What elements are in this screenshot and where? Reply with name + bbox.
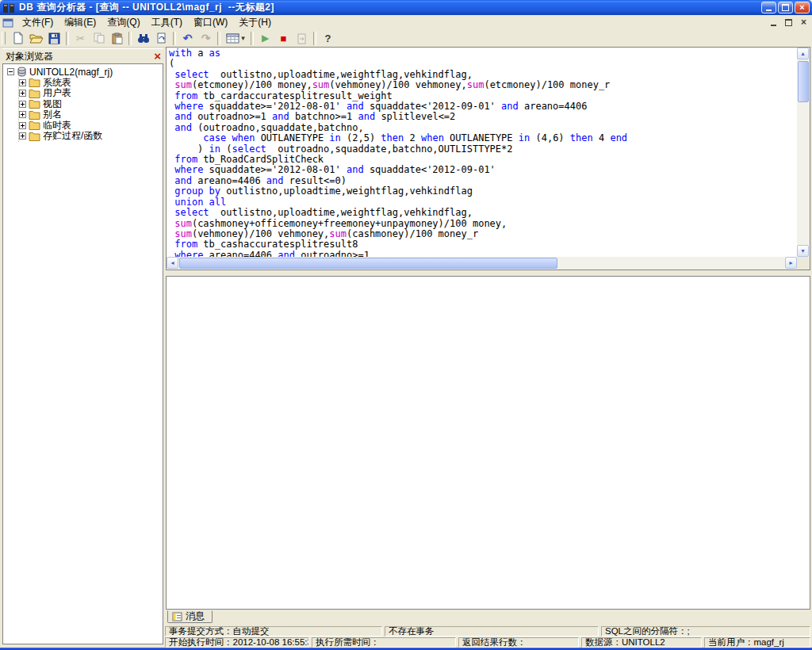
object-tree: UNITOLL2(magf_rj) 系统表 用户表 视图 <box>2 63 163 644</box>
code-line[interactable]: and (outroadno,squaddate,batchno, <box>169 123 797 133</box>
restore-button[interactable] <box>778 2 793 13</box>
menu-edit[interactable]: 编辑(E) <box>59 15 102 30</box>
scroll-up-icon[interactable]: ▴ <box>797 48 809 59</box>
editor-vscrollbar[interactable]: ▴ ▾ <box>797 48 810 257</box>
code-line[interactable]: where squaddate>='2012-08-01' and squadd… <box>169 101 797 112</box>
child-restore-button[interactable] <box>783 17 795 28</box>
minimize-button[interactable] <box>761 2 776 13</box>
results-grid-button[interactable]: ▾ <box>223 30 248 46</box>
expand-icon[interactable] <box>19 111 26 118</box>
status-start-time: 开始执行时间：2012-10-08 16:55:38 <box>165 637 309 648</box>
help-icon: ? <box>325 32 331 44</box>
status-sql-separator: SQL之间的分隔符：; <box>601 626 810 637</box>
sql-editor-text[interactable]: with a as( select outlistno,uploadtime,w… <box>167 48 797 257</box>
tab-messages[interactable]: 消息 <box>167 610 213 623</box>
expand-icon[interactable] <box>19 79 26 86</box>
scroll-right-icon[interactable]: ▸ <box>785 257 797 269</box>
editor-hscrollbar[interactable]: ◂ ▸ <box>167 257 797 270</box>
tree-node-aliases[interactable]: 别名 <box>19 109 163 120</box>
save-button[interactable] <box>45 30 63 46</box>
menu-about[interactable]: 关于(H) <box>233 15 277 30</box>
cancel-batch-icon <box>297 32 307 44</box>
copy-icon <box>94 32 105 44</box>
code-line[interactable]: where squaddate>='2012-08-01' and squadd… <box>169 165 797 175</box>
redo-button[interactable]: ↷ <box>197 30 215 46</box>
tree-node-views[interactable]: 视图 <box>19 99 163 110</box>
menu-tools[interactable]: 工具(T) <box>146 15 188 30</box>
tree-node-user-tables[interactable]: 用户表 <box>19 88 163 99</box>
status-datasource: 数据源：UNITOLL2 <box>581 637 702 648</box>
paste-button[interactable] <box>108 30 126 46</box>
vscroll-thumb[interactable] <box>798 61 809 102</box>
expand-icon[interactable] <box>19 122 26 129</box>
code-line[interactable]: select outlistno,uploadtime,weightflag,v… <box>169 70 797 80</box>
find-button[interactable] <box>134 30 152 46</box>
title-bar: DB 查询分析器 - [查询 -- UNITOLL2\magf_rj --无标题… <box>0 0 812 15</box>
help-button[interactable]: ? <box>319 30 337 46</box>
menu-query[interactable]: 查询(Q) <box>102 15 145 30</box>
scroll-down-icon[interactable]: ▾ <box>797 245 809 257</box>
menu-file[interactable]: 文件(F) <box>17 15 59 30</box>
expand-icon[interactable] <box>19 132 26 140</box>
code-line[interactable]: from tb_RoadCardSplitCheck <box>169 155 797 165</box>
stop-square-icon: ■ <box>281 33 287 44</box>
stop-button[interactable]: ■ <box>274 30 293 46</box>
code-line[interactable]: where areano=4406 and outroadno>=1 <box>169 250 797 257</box>
status-transaction-state: 不存在事务 <box>385 626 599 637</box>
code-line[interactable]: sum(vehmoney)/100 vehmoney,sum(cashmoney… <box>169 229 797 239</box>
object-browser-header: 对象浏览器 × <box>2 48 163 63</box>
cancel-batch-button[interactable] <box>293 30 311 46</box>
status-bar-execution: 开始执行时间：2012-10-08 16:55:38 执行所需时间： 返回结果行… <box>165 637 810 648</box>
replace-button[interactable] <box>152 30 170 46</box>
new-file-icon <box>12 32 24 44</box>
close-button[interactable]: × <box>795 2 810 13</box>
paste-icon <box>112 32 123 44</box>
child-close-button[interactable]: × <box>798 17 810 28</box>
panel-close-icon[interactable]: × <box>154 52 161 61</box>
code-line[interactable]: case when OUTLANETYPE in (2,5) then 2 wh… <box>169 133 797 143</box>
object-browser-title: 对象浏览器 <box>6 50 53 63</box>
hscroll-thumb[interactable] <box>179 258 557 269</box>
toolbar-separator <box>173 32 176 45</box>
execute-button[interactable]: ▶ <box>256 30 274 46</box>
code-line[interactable]: ( <box>169 59 797 69</box>
code-line[interactable]: sum(etcmoney)/100 money,sum(vehmoney)/10… <box>169 80 797 90</box>
code-line[interactable]: and outroadno>=1 and batchno>=1 and spli… <box>169 112 797 122</box>
code-line[interactable]: from tb_cashaccuratesplitresult8 <box>169 239 797 250</box>
execute-play-icon: ▶ <box>262 33 269 43</box>
tab-messages-label: 消息 <box>186 610 205 623</box>
open-file-button[interactable] <box>27 30 45 46</box>
child-minimize-button[interactable] <box>768 17 779 28</box>
code-line[interactable]: group by outlistno,uploadtime,weightflag… <box>169 186 797 197</box>
folder-icon <box>29 89 40 98</box>
expand-icon[interactable] <box>19 90 26 97</box>
cut-button[interactable]: ✂ <box>71 30 90 46</box>
code-line[interactable]: ) in (select outroadno,squaddate,batchno… <box>169 144 797 155</box>
code-line[interactable]: from tb_cardaccuratesplitresult_weight <box>169 91 797 101</box>
undo-icon: ↶ <box>183 32 193 44</box>
collapse-icon[interactable] <box>7 68 14 75</box>
save-icon <box>48 32 60 44</box>
code-line[interactable]: with a as <box>169 48 797 59</box>
open-folder-icon <box>29 32 44 44</box>
tree-node-system-tables[interactable]: 系统表 <box>19 78 163 89</box>
find-binoculars-icon <box>137 33 150 44</box>
expand-icon[interactable] <box>19 101 26 108</box>
code-line[interactable]: select outlistno,uploadtime,weightflag,v… <box>169 208 797 218</box>
tree-node-procedures[interactable]: 存贮过程/函数 <box>19 131 163 142</box>
new-query-button[interactable] <box>9 30 27 46</box>
menu-window[interactable]: 窗口(W) <box>188 15 233 30</box>
code-line[interactable]: and areano=4406 and result<=0) <box>169 176 797 186</box>
code-line[interactable]: union all <box>169 197 797 208</box>
scrollbar-corner <box>797 257 810 270</box>
sql-editor[interactable]: with a as( select outlistno,uploadtime,w… <box>166 47 810 270</box>
toolbar-separator <box>66 32 69 45</box>
document-icon[interactable] <box>2 17 13 28</box>
copy-button[interactable] <box>90 30 108 46</box>
tree-node-database[interactable]: UNITOLL2(magf_rj) <box>7 67 163 78</box>
code-line[interactable]: sum(cashmoney+officemoney+freemoney+unpa… <box>169 219 797 229</box>
toolbar-grip[interactable] <box>2 32 6 44</box>
messages-icon <box>172 612 182 621</box>
scroll-left-icon[interactable]: ◂ <box>167 257 178 269</box>
undo-button[interactable]: ↶ <box>178 30 197 46</box>
